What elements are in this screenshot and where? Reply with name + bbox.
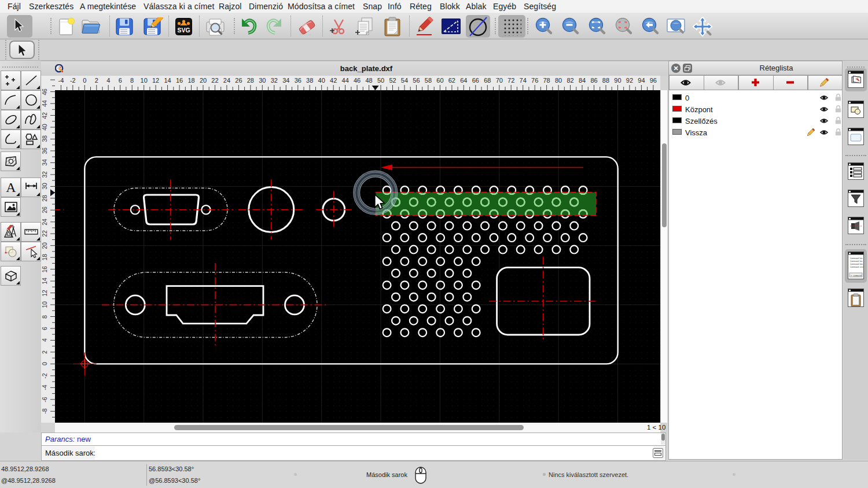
svg-text:Command: circle: Command: circle bbox=[850, 266, 863, 268]
svg-text:SVG: SVG bbox=[177, 27, 190, 34]
svg-text:Command: line: Command: line bbox=[850, 260, 863, 263]
svg-text:Command: limit: Command: limit bbox=[850, 263, 863, 265]
svg-text:Command: line: Command: line bbox=[850, 257, 863, 260]
svg-text:> command: > command bbox=[851, 275, 862, 277]
svg-text:A: A bbox=[6, 180, 16, 194]
